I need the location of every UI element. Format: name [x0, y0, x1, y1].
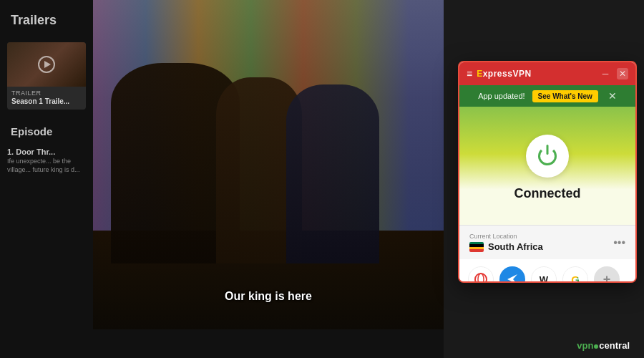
google-g-icon: G	[571, 274, 580, 284]
opera-icon	[474, 273, 487, 283]
see-whats-new-button[interactable]: See What's New	[532, 90, 598, 102]
video-scene: Our king is here	[93, 0, 444, 329]
location-name-row: South Africa	[469, 241, 543, 252]
subtitle: Our king is here	[225, 290, 312, 303]
bottom-bar	[93, 329, 444, 358]
flag-red	[469, 249, 484, 252]
episode-description: Ife unexpecte... be the village... futur…	[7, 158, 86, 174]
figure-3	[286, 84, 379, 263]
update-bar: App updated! See What's New ✕	[459, 85, 635, 107]
vpn-central-watermark: vpncentral	[577, 340, 630, 351]
close-button[interactable]: ✕	[617, 68, 628, 79]
vpn-label: vpn	[577, 340, 593, 351]
location-info: Current Location South Africa	[469, 233, 543, 252]
main-video: Our king is here	[93, 0, 444, 329]
vpn-location: Current Location South Africa •••	[459, 225, 635, 259]
google-shortcut-button[interactable]: G	[562, 266, 588, 283]
episode-number: 1. Door Thr...	[7, 147, 86, 156]
trailer-thumbnail[interactable]: TRAILER Season 1 Traile...	[7, 42, 86, 110]
vpn-logo-e: E	[477, 69, 483, 79]
vpn-dot-icon	[594, 344, 598, 349]
vpn-body: Connected	[459, 107, 635, 225]
trailer-name: Season 1 Traile...	[7, 97, 86, 110]
play-icon	[38, 56, 55, 73]
send-shortcut-button[interactable]	[499, 266, 525, 283]
hamburger-icon[interactable]: ≡	[467, 68, 472, 79]
add-icon: +	[603, 272, 611, 284]
central-label: central	[599, 340, 630, 351]
connected-status: Connected	[514, 186, 580, 201]
location-name: South Africa	[488, 241, 543, 252]
play-triangle	[44, 61, 51, 68]
sidebar: Trailers TRAILER Season 1 Traile... Epis…	[0, 0, 93, 358]
list-item[interactable]: 1. Door Thr... Ife unexpecte... be the v…	[0, 143, 93, 178]
trailer-image	[7, 42, 86, 87]
vpn-logo: ExpressVPN	[477, 69, 531, 79]
episodes-title: Episode	[0, 117, 93, 143]
send-icon	[506, 273, 519, 283]
svg-point-1	[478, 274, 484, 283]
power-line	[547, 145, 549, 155]
update-close-icon[interactable]: ✕	[608, 90, 617, 102]
trailer-label: TRAILER	[7, 87, 86, 97]
minimize-button[interactable]: ─	[600, 68, 611, 79]
shortcuts-row: W G +	[459, 259, 635, 283]
vpn-window: ≡ ExpressVPN ─ ✕ App updated! See What's…	[458, 61, 637, 283]
add-shortcut-button[interactable]: +	[594, 266, 620, 283]
svg-point-0	[475, 274, 487, 283]
location-label: Current Location	[469, 233, 543, 240]
update-text: App updated!	[478, 92, 525, 100]
vpn-logo-area: ≡ ExpressVPN	[467, 68, 532, 79]
south-africa-flag-icon	[469, 242, 484, 252]
wikipedia-shortcut-button[interactable]: W	[531, 266, 557, 283]
trailers-title: Trailers	[0, 0, 93, 35]
power-button[interactable]	[526, 135, 569, 178]
wikipedia-w-label: W	[540, 274, 548, 284]
more-options-button[interactable]: •••	[613, 236, 625, 249]
vpn-titlebar: ≡ ExpressVPN ─ ✕	[459, 62, 635, 85]
opera-shortcut-button[interactable]	[468, 266, 494, 283]
vpn-window-controls: ─ ✕	[600, 68, 628, 79]
power-icon	[536, 145, 559, 168]
